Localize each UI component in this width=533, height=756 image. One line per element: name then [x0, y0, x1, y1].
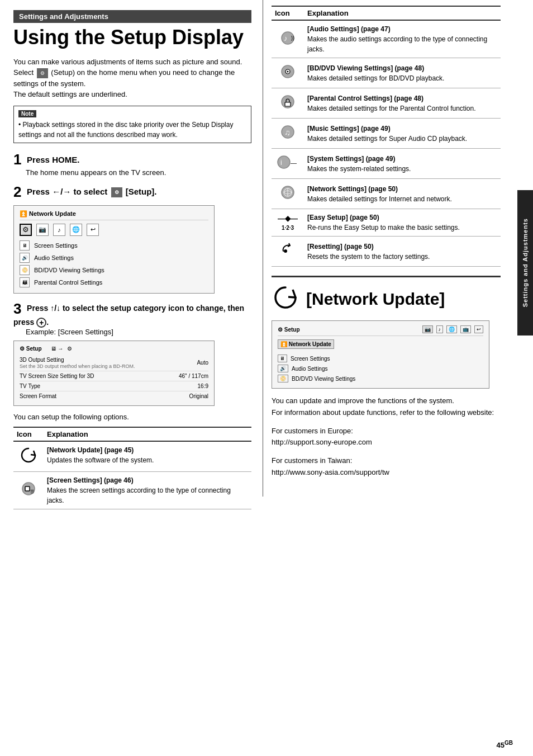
table-row: [Resetting] (page 50) Resets the system …: [272, 237, 501, 267]
svg-point-8: [287, 71, 289, 73]
table-row: —◆— 1·2·3 [Easy Setup] (page 50) Re-runs…: [272, 209, 501, 237]
icon-cell-resetting: [272, 237, 304, 267]
easy-setup-icon: —◆— 1·2·3: [275, 213, 301, 233]
setting-row-3: TV Type 16:9: [20, 381, 208, 391]
page-title: Using the Setup Display: [13, 26, 251, 49]
screen-screenshot: ⚙ Setup 🖥 → ⚙ 3D Output SettingSet the 3…: [13, 341, 215, 406]
expl-desc-network-update: Updates the software of the system.: [47, 456, 154, 464]
menu-item-bddvd: 📀 BD/DVD Viewing Settings: [20, 264, 208, 276]
net-screen-label: Screen Settings: [291, 356, 330, 362]
svg-rect-10: [285, 102, 291, 106]
audio-icon: ♪ )): [278, 28, 298, 48]
bddvd-settings-label: BD/DVD Viewing Settings: [34, 267, 104, 273]
step-3: 3 Press ↑/↓ to select the setup category…: [13, 300, 251, 406]
audio-settings-icon: 🔊: [20, 253, 30, 263]
table-row: i — [System Settings] (page 49) Makes th…: [272, 149, 501, 179]
step-1-number: 1: [13, 151, 21, 168]
expl-desc-music: Makes detailed settings for Super Audio …: [307, 135, 467, 143]
intro-p3: The default settings are underlined.: [13, 89, 251, 100]
col-icon: Icon: [13, 427, 44, 441]
icon-cell-audio: ♪ )): [272, 20, 304, 58]
resetting-icon: [278, 240, 298, 260]
expl-title-screen: [Screen Settings] (page 46): [47, 476, 134, 484]
right-column: Icon Explanation ♪ )) [Audio Settings] (…: [263, 0, 517, 497]
svg-text:☰: ☰: [30, 489, 34, 494]
network-body-1: You can update and improve the functions…: [272, 395, 501, 419]
table-row: ☰ [Screen Settings] (page 46) Makes the …: [13, 471, 251, 509]
net-item-screen: 🖥 Screen Settings: [278, 353, 483, 363]
audio-settings-label: Audio Settings: [34, 254, 74, 261]
icon-cell-easy-setup: —◆— 1·2·3: [272, 209, 304, 237]
icon-cell-system: i —: [272, 149, 304, 179]
svg-point-13: [278, 156, 290, 168]
screen-setup-label: ⚙ Setup: [20, 346, 42, 352]
screen-header-row: ⚙ Setup 🖥 → ⚙: [20, 346, 208, 352]
setting-label-1: 3D Output SettingSet the 3D output metho…: [20, 357, 172, 369]
network-update-section: [Network Update] ⚙ Setup 📷 ♪ 🌐 📺 ↩ ⏫ Net…: [272, 284, 501, 479]
setting-row-4: Screen Format Original: [20, 391, 208, 401]
setting-label-2: TV Screen Size Setting for 3D: [20, 373, 172, 379]
circle-plus-icon: +: [36, 318, 46, 328]
explanation-cell-bddvd: [BD/DVD Viewing Settings] (page 48) Make…: [304, 58, 501, 88]
network-title-text: [Network Update]: [306, 290, 445, 309]
setting-row-2: TV Screen Size Setting for 3D 46" / 117c…: [20, 371, 208, 381]
network-screenshot: ⚙ Setup 📷 ♪ 🌐 📺 ↩ ⏫ Network Update 🖥 Scr…: [272, 320, 489, 389]
setting-value-3: 16:9: [175, 383, 208, 389]
net-selected-item: ⏫ Network Update: [278, 339, 334, 349]
setting-label-4: Screen Format: [20, 393, 172, 399]
menu-screenshot-1: ⏫ Network Update ⚙ 📷 ♪ 🌐 ↩ 🖥 Screen Sett…: [13, 205, 215, 294]
expl-title-network-update: [Network Update] (page 45): [47, 446, 134, 454]
expl-desc-parental: Makes detailed settings for the Parental…: [307, 105, 476, 112]
right-col-icon: Icon: [272, 6, 304, 20]
screen-settings-icon-table: ☰: [18, 479, 39, 499]
icon-cell-network-update: [13, 441, 44, 472]
expl-desc-bddvd: Makes detailed settings for BD/DVD playb…: [307, 74, 444, 82]
screen-icon-row: 🖥 → ⚙: [51, 346, 73, 352]
expl-title-music: [Music Settings] (page 49): [307, 125, 391, 133]
net-icon-music: ♪: [436, 325, 444, 333]
icon-table-left: Icon Explanation [Network Update] (page …: [13, 427, 251, 509]
menu-top-bar: ⏫ Network Update: [20, 210, 208, 220]
explanation-cell-parental: [Parental Control Settings] (page 48) Ma…: [304, 88, 501, 119]
network-icon: [278, 182, 298, 202]
menu-icon-network: 🌐: [70, 224, 82, 236]
parental-settings-label: Parental Control Settings: [34, 279, 102, 286]
net-screen-icon: 🖥: [278, 355, 287, 362]
setup-icon-inline: ⚙: [37, 68, 48, 78]
svg-text:—: —: [291, 159, 297, 166]
expl-desc-screen: Makes the screen settings according to t…: [47, 486, 231, 504]
menu-item-screen: 🖥 Screen Settings: [20, 239, 208, 252]
menu-icons-row: ⚙ 📷 ♪ 🌐 ↩: [20, 224, 208, 236]
explanation-cell-resetting: [Resetting] (page 50) Resets the system …: [304, 237, 501, 267]
icon-cell-bddvd: [272, 58, 304, 88]
net-icon-world: 🌐: [446, 325, 457, 333]
col-explanation: Explanation: [44, 427, 251, 441]
screen-icon-screen: 🖥 →: [51, 346, 64, 352]
screen-settings-label: Screen Settings: [34, 242, 78, 249]
page-number: 45GB: [497, 740, 513, 749]
table-row: ♫ [Music Settings] (page 49) Makes detai…: [272, 119, 501, 149]
step-3-title: Press ↑/↓ to select the setup category i…: [13, 304, 244, 327]
section-divider: [272, 276, 501, 277]
net-icon-cam: 📷: [422, 325, 433, 333]
network-update-large-icon: [272, 284, 299, 314]
net-icon-tv: 📺: [460, 325, 471, 333]
explanation-cell-screen: [Screen Settings] (page 46) Makes the sc…: [44, 471, 251, 509]
expl-desc-resetting: Resets the system to the factory setting…: [307, 253, 430, 261]
menu-icon-music: ♪: [53, 224, 65, 236]
net-screenshot-top: ⚙ Setup 📷 ♪ 🌐 📺 ↩: [278, 325, 483, 336]
step-3-body: Example: [Screen Settings]: [26, 328, 251, 336]
net-item-bddvd: 📀 BD/DVD Viewing Settings: [278, 374, 483, 384]
system-icon: i —: [275, 152, 301, 172]
setup-icon-step2: ⚙: [111, 187, 122, 197]
intro-p1: You can make various adjustments of item…: [13, 56, 251, 68]
net-item-audio: 🔊 Audio Settings: [278, 363, 483, 374]
svg-text:♫: ♫: [284, 128, 291, 137]
step-1-body: The home menu appears on the TV screen.: [26, 168, 251, 177]
expl-title-parental: [Parental Control Settings] (page 48): [307, 94, 423, 102]
screen-settings-icon: 🖥: [20, 240, 30, 251]
icon-cell-music: ♫: [272, 119, 304, 149]
icon-cell-network: [272, 179, 304, 209]
icon-cell-parental: [272, 88, 304, 119]
expl-title-audio: [Audio Settings] (page 47): [307, 25, 391, 33]
